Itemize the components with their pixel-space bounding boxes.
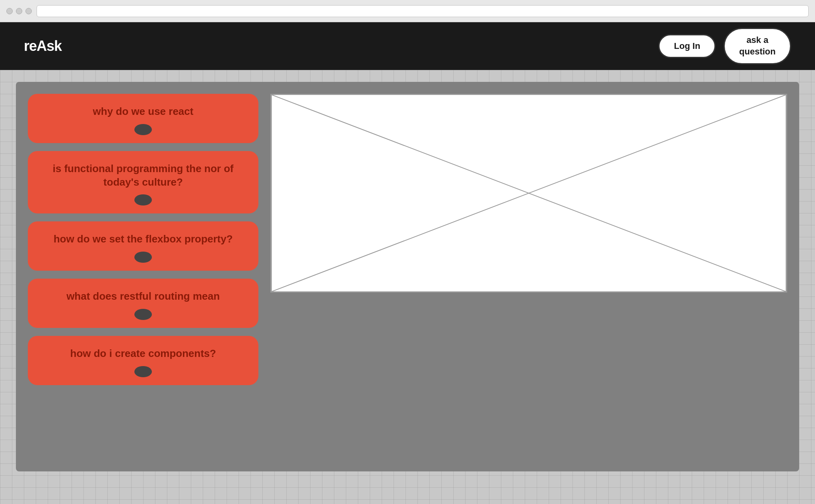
header-actions: Log In ask a question [658,28,791,64]
ask-question-button[interactable]: ask a question [724,28,791,64]
questions-list: why do we use react is functional progra… [28,94,258,459]
question-text-5: how do i create components? [70,347,216,361]
content-area: why do we use react is functional progra… [0,70,815,504]
question-dot-1 [134,124,152,135]
question-card-1[interactable]: why do we use react [28,94,258,143]
question-text-1: why do we use react [93,105,194,118]
question-text-4: what does restful routing mean [66,290,220,303]
app-logo: reAsk [24,38,658,54]
question-dot-5 [134,366,152,377]
question-dot-3 [134,252,152,263]
browser-chrome [0,0,815,22]
login-button[interactable]: Log In [658,34,716,58]
traffic-light-close[interactable] [6,8,13,14]
question-card-5[interactable]: how do i create components? [28,336,258,385]
question-card-3[interactable]: how do we set the flexbox property? [28,221,258,271]
main-panel: why do we use react is functional progra… [16,82,799,471]
question-dot-2 [134,194,152,205]
traffic-light-minimize[interactable] [16,8,22,14]
app-header: reAsk Log In ask a question [0,22,815,70]
question-card-2[interactable]: is functional programming the nor of tod… [28,151,258,214]
traffic-light-maximize[interactable] [25,8,32,14]
address-bar[interactable] [37,5,809,17]
traffic-lights [6,8,32,14]
question-dot-4 [134,309,152,320]
question-text-3: how do we set the flexbox property? [54,233,233,246]
page-wrapper: reAsk Log In ask a question why do we us… [0,0,815,504]
question-card-4[interactable]: what does restful routing mean [28,279,258,328]
question-text-2: is functional programming the nor of tod… [42,162,244,189]
image-placeholder [270,94,787,293]
grid-background: why do we use react is functional progra… [0,70,815,504]
